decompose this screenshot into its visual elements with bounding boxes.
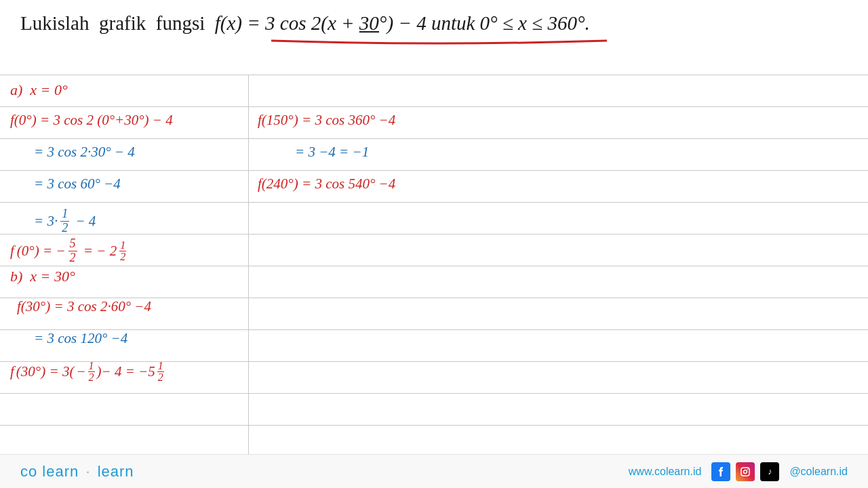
main-content: Lukislah grafik fungsi f(x) = 3 cos 2(x … — [0, 0, 868, 461]
eq-f240-line1: f(240°) = 3 cos 540° −4 — [258, 176, 395, 192]
eq-f0-line2: = 3 cos 2·30° − 4 — [34, 144, 135, 161]
facebook-icon[interactable] — [711, 462, 730, 481]
logo-learn: learn — [98, 463, 134, 480]
footer-right: www.colearn.id ♪ @colearn.id — [629, 462, 848, 481]
title-area: Lukislah grafik fungsi f(x) = 3 cos 2(x … — [0, 0, 868, 48]
title-formula: f(x) = 3 cos 2(x + 30°) − 4 untuk 0° ≤ x… — [215, 12, 590, 34]
section-a-label: a) x = 0° — [10, 81, 68, 99]
tiktok-icon[interactable]: ♪ — [760, 462, 779, 481]
footer-social-handle: @colearn.id — [789, 466, 848, 478]
svg-point-2 — [747, 468, 749, 470]
section-a: a) x = 0° — [10, 81, 68, 98]
instagram-icon[interactable] — [736, 462, 755, 481]
grid-lines — [0, 75, 868, 461]
eq-f0-line4: = 3·12 − 4 — [34, 207, 96, 235]
svg-rect-0 — [741, 468, 749, 476]
eq-f0-line1: f(0°) = 3 cos 2 (0°+30°) − 4 — [10, 112, 173, 129]
social-icons: ♪ — [711, 462, 779, 481]
eq-f30-line1: f(30°) = 3 cos 2·60° −4 — [17, 298, 151, 315]
eq-f30-line2: = 3 cos 120° −4 — [34, 330, 127, 347]
footer: co learn · learn www.colearn.id ♪ @colea… — [0, 454, 868, 488]
eq-f0-result: f(0°) = −52 = − 212 — [10, 237, 126, 265]
formula-underline — [271, 37, 607, 45]
svg-point-1 — [744, 470, 747, 473]
title-text: Lukislah grafik fungsi f(x) = 3 cos 2(x … — [20, 12, 848, 35]
eq-f150-line1: f(150°) = 3 cos 360° −4 — [258, 112, 395, 129]
eq-f0-line3: = 3 cos 60° −4 — [34, 176, 121, 192]
title-prefix: Lukislah grafik fungsi — [20, 12, 215, 34]
footer-website: www.colearn.id — [629, 466, 702, 478]
footer-logo: co learn · learn — [20, 463, 134, 481]
eq-f30-result: f(30°) = 3(−12)− 4 = −512 — [10, 361, 164, 383]
logo-co: co learn — [20, 463, 79, 480]
section-b-label: b) x = 30° — [10, 268, 75, 285]
eq-f150-line2: = 3 −4 = −1 — [295, 144, 369, 161]
logo-dot: · — [85, 463, 90, 480]
